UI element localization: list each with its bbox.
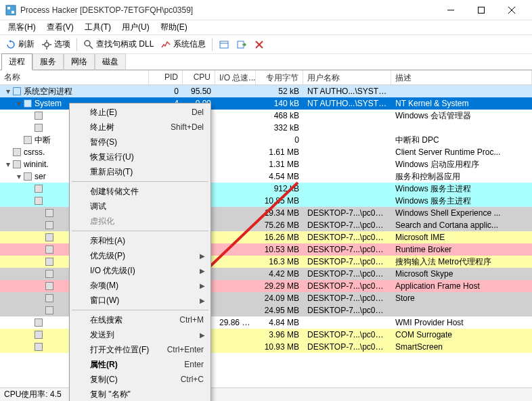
tab-network[interactable]: 网络	[64, 53, 95, 70]
process-icon	[12, 147, 22, 157]
tb-icon-1[interactable]	[216, 38, 232, 51]
context-menu-item[interactable]: 调试	[71, 199, 209, 214]
options-button[interactable]: 选项	[39, 37, 73, 51]
cell-io	[215, 127, 256, 128]
cell-desc: Search and Cortana applic...	[391, 220, 532, 231]
context-menu-label: 创建转储文件	[90, 186, 204, 197]
cell-io	[215, 346, 256, 348]
find-button[interactable]: 查找句柄或 DLL	[81, 37, 156, 51]
cell-io	[215, 151, 256, 153]
context-menu-item[interactable]: 在线搜索Ctrl+M	[71, 312, 209, 327]
process-icon	[23, 172, 32, 181]
col-cpu[interactable]: CPU	[183, 70, 215, 85]
process-icon	[45, 208, 54, 218]
cell-desc: 中断和 DPC	[391, 134, 532, 147]
find-icon	[83, 39, 94, 50]
submenu-indicator-icon: ▶	[200, 297, 205, 304]
cell-priv: 75.26 MB	[256, 220, 303, 231]
menu-tools[interactable]: 工具(T)	[79, 20, 116, 34]
col-desc[interactable]: 描述	[391, 70, 532, 85]
tab-disk[interactable]: 磁盘	[95, 53, 126, 70]
cell-user: DESKTOP-7...\pc0359	[303, 256, 391, 267]
tree-toggle-icon[interactable]: ▾	[15, 172, 23, 181]
menu-users[interactable]: 用户(U)	[116, 20, 155, 34]
col-priv[interactable]: 专用字节	[256, 70, 303, 85]
context-menu-item[interactable]: 复制(C)Ctrl+C	[71, 372, 209, 387]
titlebar: Process Hacker [DESKTOP-7ETGFQH\pc0359]	[0, 0, 532, 20]
cell-priv: 24.95 MB	[256, 305, 303, 316]
submenu-indicator-icon: ▶	[200, 252, 205, 260]
cell-priv: 16.3 MB	[256, 256, 303, 267]
context-menu-label: 恢复运行(U)	[90, 151, 204, 163]
tab-bar: 进程 服务 网络 磁盘	[0, 54, 532, 70]
col-io[interactable]: I/O 总速...	[215, 70, 256, 85]
cell-user: DESKTOP-7...\pc0359	[303, 329, 391, 340]
gear-icon	[41, 39, 52, 50]
context-menu-item[interactable]: 杂项(M)▶	[71, 278, 209, 293]
context-menu-shortcut: Ctrl+C	[181, 375, 204, 384]
cell-priv: 4.84 MB	[256, 317, 303, 328]
context-menu-item[interactable]: 复制 "名称"	[71, 387, 209, 401]
menu-help[interactable]: 帮助(E)	[155, 20, 193, 34]
context-menu-item[interactable]: 亲和性(A)	[71, 233, 209, 248]
tree-toggle-icon[interactable]: ▾	[4, 87, 12, 96]
context-menu-item[interactable]: 创建转储文件	[71, 184, 209, 199]
context-menu-item[interactable]: 打开文件位置(F)Ctrl+Enter	[71, 342, 209, 357]
context-menu-item[interactable]: 终止(E)Del	[71, 105, 209, 120]
cell-user: DESKTOP-7...\pc0359	[303, 341, 391, 352]
cell-desc: Client Server Runtime Proc...	[391, 147, 532, 158]
table-header: 名称 PID CPU I/O 总速... 专用字节 用户名称 描述	[0, 70, 532, 85]
context-menu-label: 复制(C)	[90, 374, 174, 385]
context-menu-label: 终止树	[90, 122, 164, 133]
cell-priv: 3.96 MB	[256, 329, 303, 340]
context-menu-item[interactable]: 优先级(P)▶	[71, 248, 209, 263]
submenu-indicator-icon: ▶	[200, 267, 205, 275]
context-menu-item[interactable]: I/O 优先级(I)▶	[71, 263, 209, 278]
context-menu-item[interactable]: 终止树Shift+Del	[71, 120, 209, 135]
cell-user: DESKTOP-7...\pc0359	[303, 268, 391, 279]
context-menu-item[interactable]: 窗口(W)▶	[71, 293, 209, 308]
col-name[interactable]: 名称	[0, 70, 149, 85]
process-icon	[45, 233, 54, 242]
context-menu-label: 复制 "名称"	[90, 389, 204, 400]
cell-desc: Application Frame Host	[391, 281, 532, 291]
process-icon	[12, 160, 22, 169]
cell-desc: Windows Shell Experience ...	[391, 208, 532, 218]
cell-priv: 1.31 MB	[256, 159, 303, 170]
close-button[interactable]	[496, 0, 527, 20]
status-cpu: CPU使用率: 4.5	[4, 389, 62, 400]
tb-icon-2[interactable]	[234, 38, 250, 51]
tree-toggle-icon[interactable]: ▾	[15, 99, 23, 108]
tab-services[interactable]: 服务	[32, 53, 64, 70]
context-menu-item[interactable]: 属性(R)Enter	[71, 357, 209, 372]
cell-priv: 24.09 MB	[256, 293, 303, 304]
context-menu-item[interactable]: 重新启动(T)	[71, 164, 209, 179]
cell-user: DESKTOP-7...\pc0359	[303, 293, 391, 304]
context-menu-item[interactable]: 暂停(S)	[71, 135, 209, 149]
context-menu-item[interactable]: 恢复运行(U)	[71, 149, 209, 164]
col-user[interactable]: 用户名称	[303, 70, 391, 85]
menu-hacker[interactable]: 黑客(H)	[3, 20, 41, 34]
tree-toggle-icon[interactable]: ▾	[4, 160, 12, 169]
table-row[interactable]: ▾系统空闲进程095.5052 kBNT AUTHO...\SYSTEM	[0, 85, 532, 97]
context-menu-item[interactable]: 发送到▶	[71, 327, 209, 342]
minimize-button[interactable]	[435, 0, 466, 20]
cell-priv: 19.34 MB	[256, 208, 303, 218]
cell-user: NT AUTHO...\SYSTEM	[303, 86, 391, 97]
refresh-button[interactable]: 刷新	[3, 37, 37, 51]
menubar: 黑客(H) 查看(V) 工具(T) 用户(U) 帮助(E)	[0, 20, 532, 35]
context-menu-label: 杂项(M)	[90, 280, 204, 291]
cell-io	[215, 188, 256, 189]
col-pid[interactable]: PID	[149, 70, 183, 85]
menu-view[interactable]: 查看(V)	[41, 20, 79, 34]
cell-desc: SmartScreen	[391, 341, 532, 352]
tab-processes[interactable]: 进程	[1, 53, 32, 70]
cell-desc	[391, 91, 532, 92]
context-menu-label: 发送到	[90, 329, 204, 341]
process-icon	[45, 245, 54, 254]
sysinfo-button[interactable]: 系统信息	[158, 37, 208, 51]
maximize-button[interactable]	[466, 0, 496, 20]
context-menu-label: 窗口(W)	[90, 295, 204, 306]
tb-icon-3[interactable]	[251, 38, 267, 51]
context-menu: 终止(E)Del终止树Shift+Del暂停(S)恢复运行(U)重新启动(T)创…	[69, 103, 211, 401]
